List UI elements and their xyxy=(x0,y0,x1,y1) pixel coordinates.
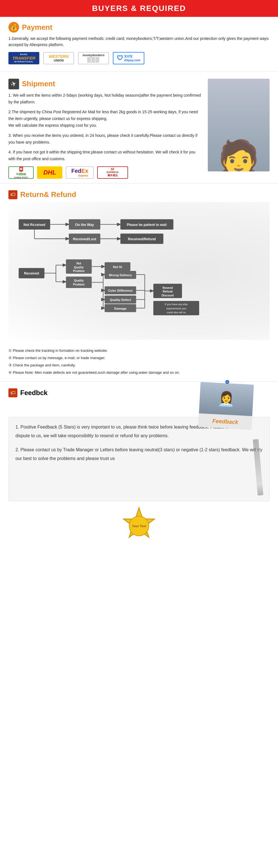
shipment-item-3: 3. When you receive the items you ordere… xyxy=(8,132,202,146)
shipment-item-1: 1. We will sent the items within 2-5days… xyxy=(8,92,202,106)
feedback-title-row: 🏷 Feedbck xyxy=(8,388,47,397)
svg-rect-29 xyxy=(66,277,92,288)
svg-text:Resend: Resend xyxy=(163,286,173,289)
svg-text:Quality Defect: Quality Defect xyxy=(110,298,131,302)
feedback-item-2: 2. Please contact us by Trade Manager or… xyxy=(15,446,263,463)
china-post-logo: 📮 中国邮政 CHINA POST xyxy=(8,166,34,179)
moneybookers-logo: moneybookers ▒▒▒ xyxy=(78,52,109,64)
courier-logos-row: 📮 中国邮政 CHINA POST DHL FedEx Express SF E… xyxy=(8,166,202,179)
feedback-image-label: Feedback xyxy=(212,417,238,426)
svg-text:Quality: Quality xyxy=(74,279,84,282)
svg-text:Color Difference: Color Difference xyxy=(108,289,133,292)
return-notes-list: ① Please check the tracking in formation… xyxy=(8,348,270,376)
shipment-section: 🧑 ✈ Shipment 1. We will sent the items w… xyxy=(0,73,278,182)
shipment-icon: ✈ xyxy=(8,79,19,89)
svg-text:On the Way: On the Way xyxy=(75,223,94,227)
page-header: BUYERS & REQUIRED xyxy=(0,0,278,17)
svg-text:Quality: Quality xyxy=(74,266,84,269)
svg-text:Wrong Delivery: Wrong Delivery xyxy=(109,273,132,277)
payment-description: 1.Generally, we accept the following pay… xyxy=(8,35,270,48)
flowchart-svg: Not Received On the Way Please be patien… xyxy=(8,202,270,343)
shipment-title-row: ✈ Shipment xyxy=(8,79,202,89)
feedback-content: 1. Positive Feedback (5 Stars) is very i… xyxy=(8,417,270,501)
badge-text-container: Your Text xyxy=(132,524,146,528)
svg-text:Received/Refund: Received/Refund xyxy=(128,237,156,241)
svg-text:Problem: Problem xyxy=(73,283,84,286)
gold-badge-area: Your Text xyxy=(8,506,270,546)
payment-section: 💰 Payment 1.Generally, we accept the fol… xyxy=(0,17,278,70)
shipment-content: ✈ Shipment 1. We will sent the items wit… xyxy=(8,79,202,179)
shipment-item-2: 2.The shipment by China Post Registered … xyxy=(8,109,202,129)
feedback-icon: 🏷 xyxy=(8,388,18,397)
svg-text:Damage: Damage xyxy=(114,307,127,310)
svg-text:Not: Not xyxy=(76,262,81,265)
svg-text:requirements you: requirements you xyxy=(166,307,186,310)
note-item-3: ③ Check the package and Item, carefully. xyxy=(8,362,270,368)
svg-text:If you have any else: If you have any else xyxy=(165,303,188,306)
alipay-logo: 🛡 支付宝 Alipay.com xyxy=(113,52,144,64)
bank-transfer-logo: BANK TRANSFER INTERNATIONAL xyxy=(8,52,39,64)
svg-text:could also tell us: could also tell us xyxy=(167,311,186,314)
note-item-1: ① Please check the tracking in formation… xyxy=(8,348,270,354)
flowchart-wrapper: Not Received On the Way Please be patien… xyxy=(8,202,270,344)
svg-text:Not fit: Not fit xyxy=(113,265,122,269)
svg-text:Received: Received xyxy=(24,272,39,275)
return-icon: 🏷 xyxy=(8,190,18,199)
payment-heading: Payment xyxy=(22,23,52,32)
star-badge-container: Your Text xyxy=(119,506,159,546)
feedback-body: 👩‍💼 Feedback 1. Positive Feedback (5 Sta… xyxy=(8,417,270,501)
note-item-4: ④ Please Note: Men made defects are not … xyxy=(8,370,270,376)
svg-text:Discount: Discount xyxy=(162,294,174,297)
return-title-row: 🏷 Return& Refund xyxy=(8,190,270,199)
note-item-2: ② Please contact us by meesage, e-mail, … xyxy=(8,355,270,361)
sf-express-logo: SF EXPRESS 顺丰速运 xyxy=(97,166,128,179)
fedex-logo: FedEx Express xyxy=(66,166,94,179)
page-title: BUYERS & REQUIRED xyxy=(0,4,278,13)
badge-label: Your Text xyxy=(132,524,146,528)
return-heading: Return& Refund xyxy=(20,190,76,199)
return-refund-section: 🏷 Return& Refund Not Received On the Way… xyxy=(0,185,278,380)
feedback-image-note: 👩‍💼 Feedback xyxy=(198,382,254,430)
payment-icon: 💰 xyxy=(8,22,19,33)
feedback-heading: Feedbck xyxy=(20,389,47,397)
payment-title-row: 💰 Payment xyxy=(8,22,270,33)
svg-text:Received/Lost: Received/Lost xyxy=(73,237,96,241)
shipment-heading: Shipment xyxy=(22,80,55,88)
shipment-item-4: 4. If you have not got it within the shi… xyxy=(8,149,202,162)
svg-text:Refund: Refund xyxy=(163,290,172,293)
svg-text:Please be patient to wait: Please be patient to wait xyxy=(127,223,167,227)
feedback-section: 🏷 Feedbck 👩‍💼 Feedback 1. Positive Feedb… xyxy=(0,383,278,549)
svg-text:Problem: Problem xyxy=(73,270,84,273)
dhl-logo: DHL xyxy=(37,166,62,179)
western-union-logo: WESTERN UNION xyxy=(43,52,74,64)
payment-logos-row: BANK TRANSFER INTERNATIONAL WESTERN UNIO… xyxy=(8,52,270,64)
